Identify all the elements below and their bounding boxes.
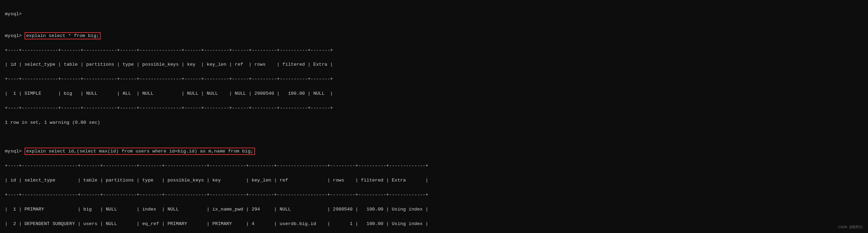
row-2a: | 1 | PRIMARY | big | NULL | index | NUL… xyxy=(5,207,428,212)
empty-line xyxy=(5,19,8,24)
row-1: | 1 | SIMPLE | big | NULL | ALL | NULL |… xyxy=(5,91,333,96)
separator-1: +----+-------------+-------+------------… xyxy=(5,48,333,53)
separator-2: +----+-------------+-------+------------… xyxy=(5,76,333,82)
result-1: 1 row in set, 1 warning (0.00 sec) xyxy=(5,120,100,125)
header-1: | id | select_type | table | partitions … xyxy=(5,62,333,67)
terminal-output: mysql> mysql> explain select * from big;… xyxy=(5,3,863,233)
header-2: | id | select_type | table | partitions … xyxy=(5,178,428,183)
command-2: explain select id,(select max(id) from u… xyxy=(25,148,255,155)
watermark: CSDN @猫秋白 xyxy=(838,224,863,230)
separator-3: +----+-------------+-------+------------… xyxy=(5,105,333,111)
separator-4: +----+--------------------+-------+-----… xyxy=(5,163,428,168)
prompt-1: mysql> xyxy=(5,33,22,38)
prompt-2: mysql> xyxy=(5,149,22,154)
row-2b: | 2 | DEPENDENT SUBQUERY | users | NULL … xyxy=(5,221,428,226)
separator-5: +----+--------------------+-------+-----… xyxy=(5,192,428,197)
command-1: explain select * from big; xyxy=(25,32,101,39)
prompt-empty: mysql> xyxy=(5,11,22,17)
